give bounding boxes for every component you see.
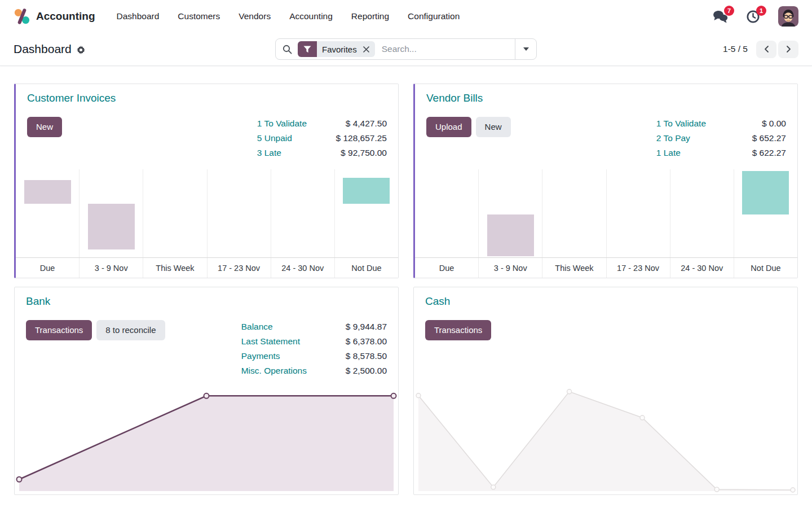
chevron-left-icon	[763, 45, 770, 53]
bank-balance-chart	[19, 388, 394, 491]
activities-button[interactable]: 1	[746, 10, 760, 24]
user-avatar[interactable]	[778, 6, 798, 27]
vendor-bills-title[interactable]: Vendor Bills	[426, 92, 786, 104]
chart-column	[607, 169, 670, 257]
gear-icon[interactable]	[77, 46, 85, 54]
main-menu: Dashboard Customers Vendors Accounting R…	[117, 11, 460, 21]
stat-to-validate-amount: $ 0.00	[723, 116, 786, 131]
stat-misc-operations-amount: $ 2,500.00	[324, 364, 387, 378]
menu-vendors[interactable]: Vendors	[239, 11, 271, 21]
chart-bar	[24, 180, 71, 204]
chart-column	[415, 169, 479, 257]
cash-transactions-button[interactable]: Transactions	[425, 320, 491, 340]
chart-column	[271, 169, 335, 257]
bank-transactions-button[interactable]: Transactions	[26, 320, 92, 340]
chart-column	[16, 169, 80, 257]
activities-badge: 1	[756, 6, 766, 16]
stat-last-statement[interactable]: Last Statement	[241, 334, 324, 349]
vendor-bills-chart: Due3 - 9 NovThis Week17 - 23 Nov24 - 30 …	[415, 169, 797, 278]
stat-last-statement-amount: $ 6,378.00	[324, 334, 387, 349]
customer-invoices-stats: 1 To Validate $ 4,427.50 5 Unpaid $ 128,…	[257, 116, 387, 160]
search-bar: Favorites	[275, 38, 537, 60]
bar-chart-plot	[415, 169, 797, 257]
stat-unpaid-amount: $ 128,657.25	[324, 131, 387, 146]
reconcile-button[interactable]: 8 to reconcile	[96, 320, 165, 340]
customer-invoices-title[interactable]: Customer Invoices	[27, 92, 387, 104]
messages-badge: 7	[724, 6, 734, 16]
chart-column	[734, 169, 797, 257]
stat-to-pay[interactable]: 2 To Pay	[656, 131, 723, 146]
menu-customers[interactable]: Customers	[178, 11, 220, 21]
breadcrumb: Dashboard	[14, 42, 85, 56]
stat-late-amount: $ 92,750.00	[324, 146, 387, 160]
filter-funnel-icon	[298, 41, 317, 57]
stat-to-validate[interactable]: 1 To Validate	[656, 116, 723, 131]
x-axis-labels: Due3 - 9 NovThis Week17 - 23 Nov24 - 30 …	[16, 257, 398, 278]
x-axis-label: This Week	[143, 258, 207, 278]
menu-reporting[interactable]: Reporting	[351, 11, 389, 21]
favorites-facet[interactable]: Favorites	[298, 41, 375, 57]
x-axis-label: 17 - 23 Nov	[607, 258, 670, 278]
page-title: Dashboard	[14, 42, 72, 56]
new-bill-button[interactable]: New	[476, 117, 511, 137]
chevron-right-icon	[785, 45, 792, 53]
menu-dashboard[interactable]: Dashboard	[117, 11, 160, 21]
systray: 7 1	[713, 6, 798, 27]
facet-label: Favorites	[317, 45, 362, 54]
chart-column	[80, 169, 143, 257]
new-invoice-button[interactable]: New	[27, 117, 62, 137]
customer-invoices-card: Customer Invoices New 1 To Validate $ 4,…	[14, 84, 399, 278]
bank-card: Bank Transactions 8 to reconcile Balance…	[14, 287, 399, 495]
menu-accounting[interactable]: Accounting	[289, 11, 333, 21]
vendor-bills-card: Vendor Bills Upload New 1 To Validate $ …	[413, 84, 798, 278]
facet-remove-icon[interactable]	[362, 46, 375, 52]
x-axis-labels: Due3 - 9 NovThis Week17 - 23 Nov24 - 30 …	[415, 257, 797, 278]
x-axis-label: Due	[415, 258, 479, 278]
stat-late[interactable]: 3 Late	[257, 146, 324, 160]
menu-configuration[interactable]: Configuration	[408, 11, 460, 21]
bank-title[interactable]: Bank	[26, 295, 387, 308]
chart-bar	[343, 178, 390, 204]
customer-invoices-chart: Due3 - 9 NovThis Week17 - 23 Nov24 - 30 …	[16, 169, 398, 278]
chart-column	[670, 169, 734, 257]
stat-balance[interactable]: Balance	[241, 319, 324, 334]
x-axis-label: Due	[16, 258, 80, 278]
x-axis-label: 24 - 30 Nov	[271, 258, 335, 278]
stat-to-validate-amount: $ 4,427.50	[324, 116, 387, 131]
top-navbar: Accounting Dashboard Customers Vendors A…	[0, 0, 812, 33]
pager-range: 1-5 / 5	[723, 44, 748, 54]
chart-column	[542, 169, 606, 257]
search-input[interactable]	[375, 44, 515, 54]
stat-payments-amount: $ 8,578.50	[324, 349, 387, 364]
bank-stats: Balance $ 9,944.87 Last Statement $ 6,37…	[241, 319, 387, 378]
search-icon	[283, 45, 292, 54]
vendor-bills-stats: 1 To Validate $ 0.00 2 To Pay $ 652.27 1…	[656, 116, 786, 160]
chart-bar	[88, 204, 135, 249]
stat-to-pay-amount: $ 652.27	[723, 131, 786, 146]
stat-payments[interactable]: Payments	[241, 349, 324, 364]
stat-late[interactable]: 1 Late	[656, 146, 723, 160]
stat-unpaid[interactable]: 5 Unpaid	[257, 131, 324, 146]
x-axis-label: 3 - 9 Nov	[80, 258, 143, 278]
stat-late-amount: $ 622.27	[723, 146, 786, 160]
cash-card: Cash Transactions	[413, 287, 798, 495]
chart-column	[143, 169, 207, 257]
stat-to-validate[interactable]: 1 To Validate	[257, 116, 324, 131]
caret-down-icon	[523, 47, 529, 51]
stat-misc-operations[interactable]: Misc. Operations	[241, 364, 324, 378]
accounting-app-icon	[14, 8, 30, 25]
chart-bar	[742, 171, 789, 214]
app-switcher[interactable]: Accounting	[14, 8, 95, 25]
chart-column	[208, 169, 271, 257]
cash-title[interactable]: Cash	[425, 295, 786, 308]
control-panel: Dashboard Favorites	[0, 33, 812, 66]
search-options-toggle[interactable]	[515, 39, 536, 59]
app-name: Accounting	[36, 10, 95, 23]
pager-previous-button[interactable]	[756, 41, 776, 58]
x-axis-label: Not Due	[335, 258, 398, 278]
x-axis-label: 17 - 23 Nov	[208, 258, 271, 278]
upload-bill-button[interactable]: Upload	[426, 117, 471, 137]
pager-next-button[interactable]	[778, 41, 798, 58]
messages-button[interactable]: 7	[713, 10, 728, 23]
x-axis-label: This Week	[542, 258, 606, 278]
